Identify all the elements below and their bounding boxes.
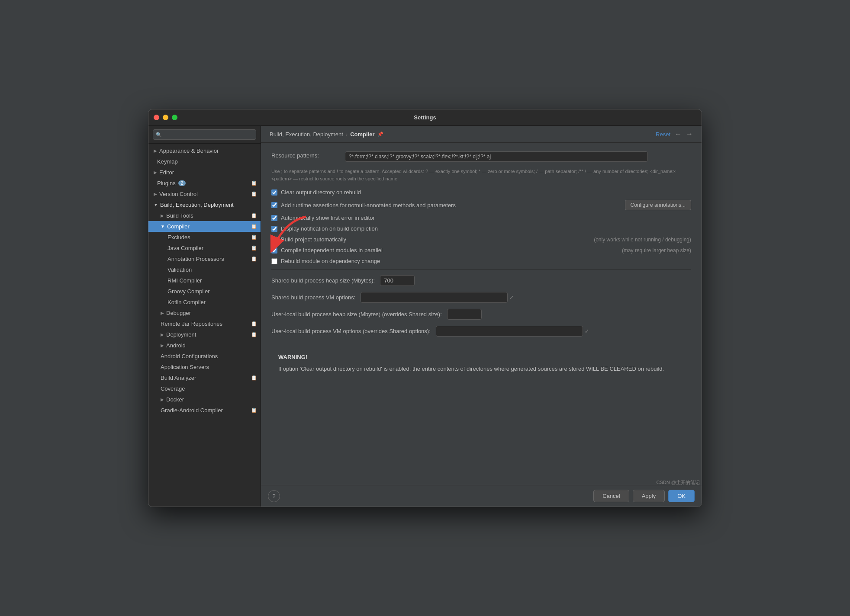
sidebar-label: Groovy Compiler	[167, 288, 210, 295]
sidebar-item-app-servers[interactable]: Application Servers	[148, 362, 261, 372]
pin-icon: 📋	[251, 321, 257, 327]
sidebar-item-android-configs[interactable]: Android Configurations	[148, 351, 261, 362]
sidebar-item-gradle-android[interactable]: Gradle-Android Compiler 📋	[148, 405, 261, 416]
user-vm-expand-btn[interactable]: ⤢	[585, 328, 589, 334]
pin-icon: 📋	[251, 224, 257, 229]
user-vm-input[interactable]	[436, 326, 583, 337]
sidebar-item-annotation-proc[interactable]: Annotation Processors 📋	[148, 253, 261, 264]
search-icon: 🔍	[156, 132, 162, 138]
section-divider	[271, 270, 691, 270]
arrow-icon: ▶	[154, 148, 157, 153]
user-vm-label: User-local build process VM options (ove…	[271, 328, 431, 334]
arrow-icon: ▶	[161, 332, 164, 337]
sidebar-item-excludes[interactable]: Excludes 📋	[148, 232, 261, 243]
sidebar-item-deployment[interactable]: ▶ Deployment 📋	[148, 329, 261, 340]
sidebar-item-docker[interactable]: ▶ Docker	[148, 394, 261, 405]
window-title: Settings	[414, 114, 436, 121]
ok-button[interactable]: OK	[668, 490, 695, 502]
checkbox-compile-parallel: Compile independent modules in parallel …	[271, 247, 691, 253]
sidebar-item-groovy-compiler[interactable]: Groovy Compiler	[148, 286, 261, 297]
arrow-icon: ▶	[161, 311, 164, 315]
sidebar-item-plugins[interactable]: Plugins 2 📋	[148, 178, 261, 189]
resource-patterns-input[interactable]	[345, 151, 648, 162]
sidebar-label: Kotlin Compiler	[167, 299, 206, 305]
checkbox-rebuild-dep-input[interactable]	[271, 258, 277, 264]
sidebar-item-android[interactable]: ▶ Android	[148, 340, 261, 351]
settings-window: Settings 🔍 ▶ Appearance & Behavior Keyma…	[148, 109, 702, 507]
checkbox-auto-show-label: Automatically show first error in editor	[281, 215, 691, 221]
sidebar-item-keymap[interactable]: Keymap	[148, 156, 261, 167]
checkbox-clear-output-input[interactable]	[271, 189, 277, 196]
sidebar-item-build-exec[interactable]: ▼ Build, Execution, Deployment	[148, 199, 261, 210]
reset-button[interactable]: Reset	[656, 131, 670, 138]
apply-button[interactable]: Apply	[633, 490, 665, 502]
sidebar-label: Deployment	[166, 331, 196, 338]
checkbox-build-auto-label: Build project automatically	[281, 236, 582, 243]
sidebar-item-rmi-compiler[interactable]: RMI Compiler	[148, 275, 261, 286]
sidebar-item-compiler[interactable]: ▼ Compiler 📋	[148, 221, 261, 232]
pin-icon: 📋	[251, 256, 257, 262]
checkbox-display-notif: Display notification on build completion	[271, 225, 691, 232]
search-box: 🔍	[148, 126, 261, 144]
sidebar-item-build-tools[interactable]: ▶ Build Tools 📋	[148, 210, 261, 221]
sidebar-item-kotlin-compiler[interactable]: Kotlin Compiler	[148, 297, 261, 308]
compile-parallel-note: (may require larger heap size)	[622, 247, 691, 253]
sidebar-item-build-analyzer[interactable]: Build Analyzer 📋	[148, 372, 261, 383]
warning-box: WARNING! If option 'Clear output directo…	[271, 347, 691, 380]
sidebar-label: Remote Jar Repositories	[161, 321, 222, 327]
heap-size-label: Shared build process heap size (Mbytes):	[271, 277, 375, 284]
pin-icon: 📋	[251, 234, 257, 240]
checkbox-auto-show: Automatically show first error in editor	[271, 215, 691, 221]
sidebar-item-remote-jar[interactable]: Remote Jar Repositories 📋	[148, 318, 261, 329]
sidebar-item-editor[interactable]: ▶ Editor	[148, 167, 261, 178]
checkbox-build-auto: Build project automatically (only works …	[271, 236, 691, 243]
sidebar-label: Compiler	[167, 223, 190, 230]
sidebar-label: Debugger	[166, 310, 191, 316]
checkbox-display-notif-input[interactable]	[271, 226, 277, 232]
sidebar-item-appearance[interactable]: ▶ Appearance & Behavior	[148, 145, 261, 156]
sidebar-label: Plugins	[157, 180, 176, 186]
breadcrumb: Build, Execution, Deployment › Compiler …	[270, 131, 383, 138]
sidebar-label: Annotation Processors	[167, 256, 224, 262]
vm-options-row: Shared build process VM options: ⤢	[271, 292, 691, 303]
cancel-button[interactable]: Cancel	[593, 490, 629, 502]
arrow-icon: ▶	[161, 397, 164, 402]
checkbox-compile-parallel-input[interactable]	[271, 247, 277, 253]
checkbox-clear-output-label: Clear output directory on rebuild	[281, 189, 691, 196]
close-button[interactable]	[154, 115, 159, 120]
user-vm-row: User-local build process VM options (ove…	[271, 326, 691, 337]
maximize-button[interactable]	[172, 115, 177, 120]
sidebar-label: Android Configurations	[161, 353, 218, 359]
back-button[interactable]: ←	[675, 130, 682, 138]
sidebar-item-java-compiler[interactable]: Java Compiler 📋	[148, 243, 261, 253]
warning-body: If option 'Clear output directory on reb…	[278, 365, 684, 374]
arrow-icon: ▶	[161, 213, 164, 218]
build-auto-note: (only works while not running / debuggin…	[594, 237, 691, 243]
vm-options-expand-btn[interactable]: ⤢	[509, 295, 513, 300]
sidebar-item-version-control[interactable]: ▶ Version Control 📋	[148, 189, 261, 199]
arrow-icon: ▼	[161, 224, 165, 229]
forward-button[interactable]: →	[686, 130, 693, 138]
checkbox-add-runtime-input[interactable]	[271, 202, 277, 208]
vm-options-input[interactable]	[361, 292, 508, 303]
checkbox-add-runtime: Add runtime assertions for notnull-annot…	[271, 200, 691, 210]
user-heap-input[interactable]	[447, 309, 482, 320]
heap-size-input[interactable]	[380, 275, 415, 286]
sidebar-item-validation[interactable]: Validation	[148, 264, 261, 275]
warning-title: WARNING!	[278, 353, 684, 362]
resource-patterns-hint: Use ; to separate patterns and ! to nega…	[271, 168, 691, 182]
checkbox-build-auto-input[interactable]	[271, 237, 277, 243]
configure-annotations-button[interactable]: Configure annotations...	[625, 200, 691, 210]
search-input[interactable]	[153, 129, 256, 140]
sidebar-item-debugger[interactable]: ▶ Debugger	[148, 308, 261, 318]
sidebar-label: Coverage	[161, 385, 185, 392]
user-heap-row: User-local build process heap size (Mbyt…	[271, 309, 691, 320]
sidebar-label: Excludes	[167, 234, 190, 241]
checkbox-auto-show-input[interactable]	[271, 215, 277, 221]
breadcrumb-pin-icon: 📌	[377, 132, 383, 137]
help-button[interactable]: ?	[268, 490, 280, 502]
minimize-button[interactable]	[163, 115, 168, 120]
sidebar-item-coverage[interactable]: Coverage	[148, 383, 261, 394]
sidebar-label: Android	[166, 342, 186, 349]
checkbox-add-runtime-label: Add runtime assertions for notnull-annot…	[281, 202, 621, 209]
